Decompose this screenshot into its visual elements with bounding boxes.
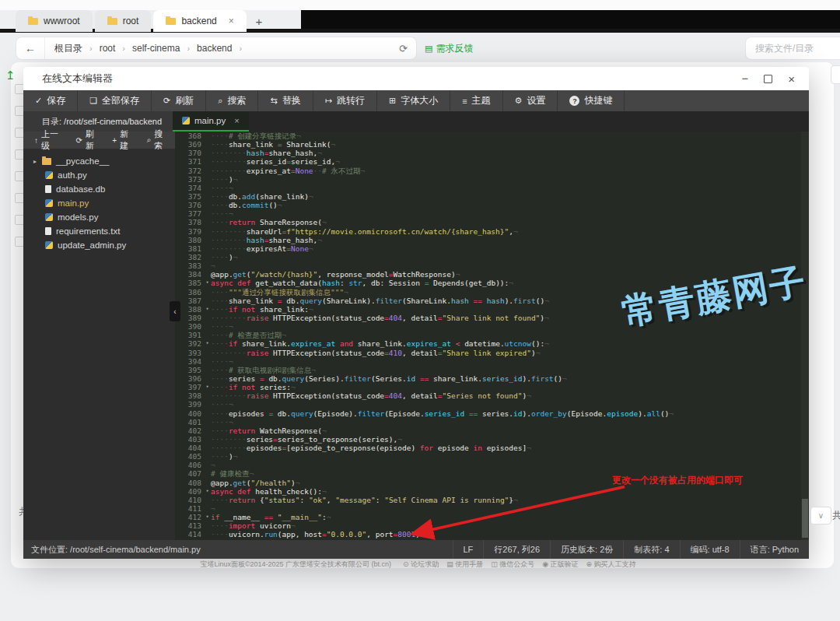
tree-item-update_admin.py[interactable]: update_admin.py [23, 238, 175, 252]
search-input[interactable] [745, 37, 840, 60]
code-line[interactable]: 404········episodes=[episode_to_response… [175, 444, 809, 452]
settings-button[interactable]: ⚙设置 [503, 90, 558, 111]
code-line[interactable]: 402····return WatchResponse(¬ [175, 426, 809, 435]
code-line[interactable]: 381········expiresAt=None¬ [175, 244, 809, 253]
fold-icon[interactable]: ▾ [204, 513, 211, 521]
code-line[interactable]: 394····¬ [175, 357, 809, 366]
maximize-icon[interactable] [764, 75, 772, 83]
fold-icon [204, 184, 211, 192]
code-line[interactable]: 405····)¬ [175, 452, 809, 461]
code-line[interactable]: 383¬ [175, 261, 809, 270]
refresh-label: 刷新 [175, 94, 194, 107]
footer-link[interactable]: ◫ 微信公众号 [491, 560, 534, 568]
new-tab-button[interactable]: + [249, 10, 269, 32]
breadcrumb-item[interactable]: backend [197, 43, 232, 54]
code-line[interactable]: 406¬ [175, 461, 809, 469]
file-manager-tab-backend[interactable]: backend× [153, 10, 246, 32]
code-line[interactable]: 369····share_link = ShareLink(¬ [175, 140, 809, 149]
code-line[interactable]: 412▾if __name__ == "__main__":¬ [175, 513, 809, 521]
code-line[interactable]: 375····db.add(share_link)¬ [175, 192, 809, 201]
page-size-dropdown[interactable]: ∨ [810, 507, 831, 525]
editor-tab-main-py[interactable]: main.py × [173, 111, 249, 132]
fold-icon[interactable]: ▾ [204, 305, 211, 314]
scrollbar-thumb[interactable] [802, 499, 808, 538]
footer-link[interactable]: ⊙ 论坛求助 [403, 560, 439, 568]
file-manager-tab-wwwroot[interactable]: wwwroot [16, 10, 93, 32]
tree-item-database.db[interactable]: database.db [23, 182, 175, 196]
code-line[interactable]: 395····# 获取电视剧和剧集信息¬ [175, 366, 809, 374]
tree-item-requirements.txt[interactable]: requirements.txt [23, 224, 175, 238]
refresh-button[interactable]: ⟳刷新 [152, 90, 206, 111]
code-line[interactable]: 376····db.commit()¬ [175, 201, 809, 209]
file-manager-tab-root[interactable]: root [95, 10, 152, 32]
code-line[interactable]: 400····episodes = db.query(Episode).filt… [175, 409, 809, 418]
close-icon[interactable]: × [234, 116, 239, 125]
code-line[interactable]: 403········series=series_to_response(ser… [175, 435, 809, 444]
code-line[interactable]: 399····¬ [175, 400, 809, 409]
code-line[interactable]: 371········series_id=series_id,¬ [175, 157, 809, 166]
refresh-icon[interactable]: ⟳ [399, 43, 408, 54]
theme-icon: ≡ [462, 96, 467, 106]
code-line[interactable]: 396····series = db.query(Series).filter(… [175, 374, 809, 383]
code-line[interactable]: 373····)¬ [175, 175, 809, 184]
code-line[interactable]: 374····¬ [175, 184, 809, 192]
code-line[interactable]: 390····¬ [175, 322, 809, 331]
fold-icon[interactable]: ▾ [204, 383, 211, 391]
code-line[interactable]: 410····return {"status": "ok", "message"… [175, 496, 809, 504]
tree-item-auth.py[interactable]: auth.py [23, 168, 175, 182]
edge-button-fragment[interactable] [831, 65, 840, 84]
font-size-button[interactable]: ⊞字体大小 [377, 90, 450, 111]
editor-status-bar: 文件位置: /root/self-cinema/backend/main.py … [23, 540, 809, 559]
fold-icon[interactable]: ▾ [204, 487, 211, 496]
goto-line-button[interactable]: ↦跳转行 [313, 90, 377, 111]
window-controls: − × [741, 72, 795, 86]
footer-link[interactable]: ◉ 正版验证 [542, 560, 578, 568]
fold-icon [204, 140, 211, 149]
code-line[interactable]: 413····import uvicorn¬ [175, 521, 809, 530]
code-line[interactable]: 393········raise HTTPException(status_co… [175, 349, 809, 357]
close-icon[interactable]: × [788, 72, 795, 86]
minimize-icon[interactable]: − [741, 75, 748, 82]
code-line[interactable]: 392▾····if share_link.expires_at and sha… [175, 339, 809, 348]
replace-button[interactable]: ⇆替换 [258, 90, 313, 111]
code-line[interactable]: 380········hash=share_hash,¬ [175, 236, 809, 244]
tree-item-models.py[interactable]: models.py [23, 210, 175, 224]
code-line[interactable]: 411¬ [175, 504, 809, 513]
code-line[interactable]: 382····)¬ [175, 253, 809, 261]
code-line[interactable]: 368····# 创建分享链接记录¬ [175, 132, 809, 140]
search-button[interactable]: ⌕搜索 [206, 90, 258, 111]
code-line[interactable]: 372········expires_at=None··# 永不过期¬ [175, 167, 809, 175]
feedback-link[interactable]: ▤ 需求反馈 [425, 42, 473, 55]
breadcrumb-item[interactable]: root [100, 43, 116, 54]
collapse-tree-button[interactable]: ‹ [170, 301, 180, 321]
code-line[interactable]: 391····# 检查是否过期¬ [175, 331, 809, 339]
save-all-button[interactable]: ❏全部保存 [78, 90, 152, 111]
upload-icon[interactable]: ↥ [5, 68, 16, 82]
status-item: 编码: utf-8 [680, 540, 740, 559]
code-line[interactable]: 414····uvicorn.run(app, host="0.0.0.0", … [175, 530, 809, 539]
code-line[interactable]: 379········shareUrl=f"https://movie.onmi… [175, 227, 809, 236]
save-button[interactable]: ✓保存 [23, 90, 78, 111]
code-line[interactable]: 398········raise HTTPException(status_co… [175, 391, 809, 400]
code-line[interactable]: 377····¬ [175, 209, 809, 218]
code-editor[interactable]: 368····# 创建分享链接记录¬369····share_link = Sh… [175, 132, 809, 540]
code-line[interactable]: 397▾····if not series:¬ [175, 383, 809, 391]
theme-button[interactable]: ≡主题 [450, 90, 502, 111]
fold-icon[interactable]: ▾ [204, 279, 211, 287]
code-line[interactable]: 378····return ShareResponse(¬ [175, 218, 809, 226]
code-line[interactable]: 401····¬ [175, 418, 809, 426]
expander-icon[interactable]: ▸ [33, 158, 37, 165]
close-icon[interactable]: × [229, 16, 234, 26]
code-line[interactable]: 370········hash=share_hash,¬ [175, 149, 809, 157]
breadcrumb-item[interactable]: self-cinema [132, 43, 180, 54]
breadcrumb-item[interactable]: 根目录 [54, 42, 82, 55]
footer-link[interactable]: ▤ 使用手册 [446, 560, 483, 568]
fold-icon[interactable]: ▾ [204, 339, 211, 348]
scrollbar[interactable] [801, 132, 809, 540]
back-arrow-icon[interactable]: ← [16, 37, 45, 59]
tree-item-__pycache__[interactable]: ▸__pycache__ [23, 154, 175, 168]
footer-link[interactable]: ⊕ 购买人工支持 [586, 560, 636, 568]
hotkeys-button[interactable]: ?快捷键 [558, 90, 625, 111]
code-line[interactable]: 409▾async def health_check():¬ [175, 487, 809, 496]
tree-item-main.py[interactable]: main.py [23, 196, 175, 210]
